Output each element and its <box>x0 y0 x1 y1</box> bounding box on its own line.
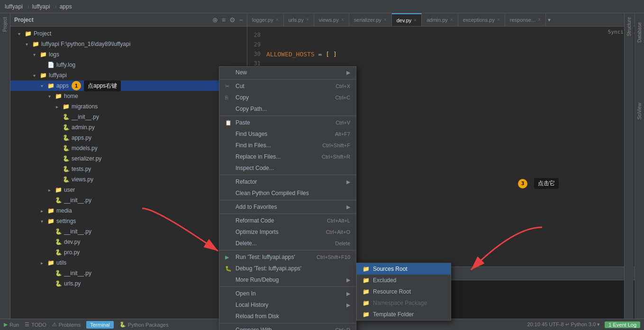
menu-item-delete[interactable]: Delete... Delete <box>219 238 356 249</box>
menu-item-add-favorites[interactable]: Add to Favorites ▶ <box>219 201 356 213</box>
tab-views-close[interactable]: × <box>341 17 344 22</box>
tree-item-luffyapi-sub[interactable]: ▾ 📁 luffyapi <box>10 70 247 80</box>
event-log-button[interactable]: 1 Event Log <box>605 321 640 328</box>
menu-item-run-test[interactable]: ▶ Run 'Test: luffyapi.apps' Ctrl+Shift+F… <box>219 251 356 263</box>
tree-item-urls-py[interactable]: 🐍 urls.py <box>10 278 247 289</box>
terminal-tab-bottom[interactable]: Terminal <box>86 321 114 329</box>
collapse-icon[interactable]: ≡ <box>222 16 226 24</box>
tree-item-apps[interactable]: ▾ 📁 apps 1 点apps右键 <box>10 80 247 91</box>
structure-label[interactable]: Structure <box>626 15 633 38</box>
menu-item-open-in[interactable]: Open In ▶ <box>219 288 356 299</box>
gear-icon[interactable]: ⚙ <box>229 16 236 24</box>
tree-item-apps-py[interactable]: 🐍 apps.py <box>10 133 247 143</box>
menu-item-refactor[interactable]: Refactor ▶ <box>219 176 356 187</box>
menu-item-new[interactable]: New ▶ <box>219 67 356 78</box>
tree-item-tests-py[interactable]: 🐍 tests.py <box>10 164 247 174</box>
menu-item-inspect-code[interactable]: Inspect Code... <box>219 162 356 174</box>
arrow-icon: ▸ <box>41 208 47 214</box>
submenu-item-excluded[interactable]: 📁 Excluded <box>357 275 451 286</box>
tree-item-utils[interactable]: ▸ 📁 utils <box>10 258 247 268</box>
menu-item-optimize-imports[interactable]: Optimize Imports Ctrl+Alt+O <box>219 226 356 238</box>
sciview-strip[interactable]: SciView <box>635 95 644 128</box>
tree-item-views-py[interactable]: 🐍 views.py <box>10 174 247 185</box>
arrow-icon: ▸ <box>41 260 47 266</box>
tree-item-init-apps[interactable]: 🐍 __init__.py <box>10 195 247 205</box>
tree-item-init-settings[interactable]: 🐍 __init__.py <box>10 226 247 237</box>
step3-bubble: 3 <box>518 179 527 188</box>
py-file-icon: 🐍 <box>63 134 70 141</box>
project-strip-label[interactable]: Project <box>1 15 9 34</box>
line-number: 30 <box>247 51 266 57</box>
arrow-icon: ▸ <box>56 104 63 109</box>
submenu-item-sources-root[interactable]: 📁 Sources Root <box>357 263 451 275</box>
menu-item-paste[interactable]: 📋 Paste Ctrl+V <box>219 117 356 128</box>
tab-serializer[interactable]: serializer.py × <box>349 13 392 27</box>
tree-item-settings[interactable]: ▾ 📁 settings <box>10 216 247 226</box>
tab-urls-close[interactable]: × <box>306 17 309 22</box>
menu-item-debug-test[interactable]: 🐛 Debug 'Test: luffyapi.apps' <box>219 263 356 274</box>
tab-response-label: response... <box>510 17 535 23</box>
run-button[interactable]: ▶ Run <box>4 321 19 328</box>
menu-item-compare[interactable]: Compare With... Ctrl+D <box>219 324 356 330</box>
tab-admin-close[interactable]: × <box>450 17 453 22</box>
menu-item-find-files[interactable]: Find in Files... Ctrl+Shift+F <box>219 140 356 151</box>
problems-label: Problems <box>59 322 81 328</box>
menu-item-reload[interactable]: Reload from Disk <box>219 311 356 322</box>
tree-item-pro-py[interactable]: 🐍 pro.py <box>10 247 247 258</box>
menu-item-copy[interactable]: ⎘ Copy Ctrl+C <box>219 92 356 103</box>
tree-item-project-root[interactable]: ▾ 📁 Project <box>10 28 247 39</box>
tab-dev-close[interactable]: × <box>414 18 417 23</box>
tree-item-init-utils[interactable]: 🐍 __init__.py <box>10 268 247 278</box>
tree-item-logs[interactable]: ▾ 📁 logs <box>10 49 247 60</box>
add-folder-icon[interactable]: ⊕ <box>212 16 218 24</box>
menu-item-more-run[interactable]: More Run/Debug ▶ <box>219 274 356 285</box>
database-strip[interactable]: Database <box>635 13 644 51</box>
py-file-icon: 🐍 <box>55 197 62 204</box>
problems-icon: ⚠ <box>52 321 57 328</box>
tree-item-models-py[interactable]: 🐍 models.py <box>10 143 247 153</box>
tab-admin[interactable]: admin.py × <box>422 13 458 27</box>
tree-item-migrations[interactable]: ▸ 📁 migrations <box>10 101 247 112</box>
menu-item-find-usages[interactable]: Find Usages Alt+F7 <box>219 128 356 140</box>
python-packages-button[interactable]: 🐍 Python Packages <box>119 321 169 328</box>
tree-item-media[interactable]: ▸ 📁 media <box>10 205 247 216</box>
problems-button[interactable]: ⚠ Problems <box>52 321 81 328</box>
tab-views[interactable]: views.py × <box>314 13 349 27</box>
tab-exceptions[interactable]: exceptions.py × <box>458 13 505 27</box>
tree-item-luffyapi-root[interactable]: ▾ 📁 luffyapi F:\python_16\day89\luffyapi <box>10 39 247 49</box>
tab-logger-close[interactable]: × <box>276 17 279 22</box>
step1-bubble: 1 <box>72 81 81 90</box>
tab-response[interactable]: response... × <box>505 13 546 27</box>
tab-urls[interactable]: urls.py × <box>284 13 314 27</box>
tab-serializer-close[interactable]: × <box>384 17 387 22</box>
menu-item-reformat[interactable]: Reformat Code Ctrl+Alt+L <box>219 215 356 226</box>
tree-item-luffy-log[interactable]: 📄 luffy.log <box>10 60 247 70</box>
tab-logger[interactable]: logger.py × <box>247 13 284 27</box>
tab-dev[interactable]: dev.py × <box>392 13 422 27</box>
tree-label: urls.py <box>64 280 81 287</box>
submenu-item-template-folder[interactable]: 📁 Template Folder <box>357 309 451 320</box>
submenu-item-resource-root[interactable]: 📁 Resource Root <box>357 286 451 297</box>
py-file-icon: 🐍 <box>55 228 62 235</box>
menu-item-cut[interactable]: ✂ Cut Ctrl+X <box>219 80 356 92</box>
menu-item-copy-path[interactable]: Copy Path... <box>219 103 356 115</box>
tab-exceptions-close[interactable]: × <box>497 17 500 22</box>
py-file-icon: 🐍 <box>63 145 70 152</box>
menu-item-local-history[interactable]: Local History ▶ <box>219 299 356 311</box>
tab-response-close[interactable]: × <box>538 17 541 22</box>
menu-item-replace-files[interactable]: Replace in Files... Ctrl+Shift+R <box>219 151 356 162</box>
tree-item-admin-home[interactable]: 🐍 admin.py <box>10 122 247 133</box>
close-panel-icon[interactable]: − <box>239 16 243 24</box>
menu-item-clean-compiled[interactable]: Clean Python Compiled Files <box>219 187 356 199</box>
more-tabs-icon[interactable]: ▾ <box>548 17 551 23</box>
arrow-icon: ▾ <box>26 42 32 47</box>
tree-item-init-home[interactable]: 🐍 __init__.py <box>10 112 247 122</box>
tree-item-home[interactable]: ▾ 📁 home <box>10 91 247 101</box>
menu-label-refactor: Refactor <box>236 178 346 185</box>
tree-item-dev-py[interactable]: 🐍 dev.py <box>10 237 247 247</box>
py-file-icon: 🐍 <box>63 114 70 120</box>
folder-icon: 📁 <box>47 218 54 224</box>
tree-item-serializer-py[interactable]: 🐍 serializer.py <box>10 153 247 164</box>
todo-button[interactable]: ☰ TODO <box>25 321 46 328</box>
tree-item-user[interactable]: ▸ 📁 user <box>10 185 247 195</box>
